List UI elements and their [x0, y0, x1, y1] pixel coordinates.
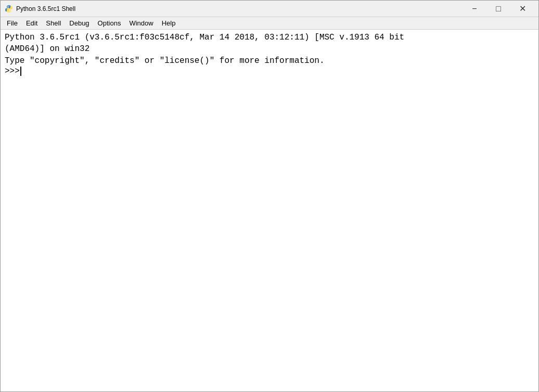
console-line-1: Python 3.6.5rc1 (v3.6.5rc1:f03c5148cf, M…	[5, 32, 534, 43]
console-line-3: Type "copyright", "credits" or "license(…	[5, 55, 534, 67]
menu-bar: File Edit Shell Debug Options Window Hel…	[1, 17, 538, 30]
python-icon	[5, 5, 13, 13]
minimize-button[interactable]: −	[463, 1, 486, 17]
window-title: Python 3.6.5rc1 Shell	[16, 5, 463, 12]
menu-options[interactable]: Options	[94, 18, 125, 28]
menu-file[interactable]: File	[3, 18, 22, 28]
console-line-2: (AMD64)] on win32	[5, 43, 534, 55]
menu-debug[interactable]: Debug	[65, 18, 93, 28]
menu-window[interactable]: Window	[125, 18, 157, 28]
close-button[interactable]: ✕	[510, 1, 534, 17]
console-area[interactable]: Python 3.6.5rc1 (v3.6.5rc1:f03c5148cf, M…	[1, 30, 538, 391]
menu-help[interactable]: Help	[158, 18, 180, 28]
title-bar: Python 3.6.5rc1 Shell − □ ✕	[1, 1, 538, 17]
menu-edit[interactable]: Edit	[22, 18, 42, 28]
menu-shell[interactable]: Shell	[42, 18, 65, 28]
console-prompt: >>>	[5, 67, 20, 76]
console-prompt-line: >>>	[5, 67, 534, 76]
window-controls: − □ ✕	[463, 1, 534, 17]
main-window: Python 3.6.5rc1 Shell − □ ✕ File Edit Sh…	[0, 0, 539, 392]
maximize-button[interactable]: □	[486, 1, 510, 17]
console-cursor	[20, 67, 21, 76]
